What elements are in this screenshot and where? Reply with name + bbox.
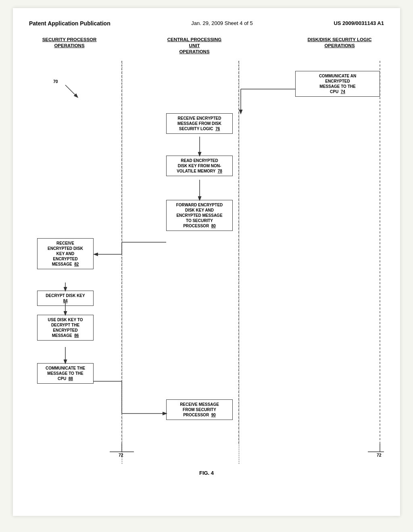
diagram: SECURITY PROCESSOR OPERATIONS CENTRAL PR… [29,37,384,480]
col-header-disk: DISK/DISK SECURITY LOGIC OPERATIONS [303,37,376,49]
col-header-sp: SECURITY PROCESSOR OPERATIONS [37,37,102,49]
page: Patent Application Publication Jan. 29, … [13,8,400,516]
header-center: Jan. 29, 2009 Sheet 4 of 5 [191,20,253,26]
header-left: Patent Application Publication [29,20,111,27]
ref-70: 70 [53,79,58,84]
header-right: US 2009/0031143 A1 [334,20,384,26]
box-76: RECEIVE ENCRYPTEDMESSAGE FROM DISKSECURI… [166,113,233,134]
box-74: COMMUNICATE ANENCRYPTEDMESSAGE TO THECPU… [295,71,380,97]
vline-sp [122,61,122,464]
box-84: DECRYPT DISK KEY84 [37,291,94,306]
box-86: USE DISK KEY TODECRYPT THEENCRYPTEDMESSA… [37,315,94,341]
page-header: Patent Application Publication Jan. 29, … [29,20,384,29]
fig-label: FIG. 4 [199,470,214,476]
box-90: RECEIVE MESSAGEFROM SECURITYPROCESSOR 90 [166,399,233,420]
box-78: READ ENCRYPTEDDISK KEY FROM NON-VOLATILE… [166,156,233,176]
svg-line-0 [65,85,77,97]
box-88: COMMUNICATE THEMESSAGE TO THECPU 88 [37,363,94,384]
box-80: FORWARD ENCRYPTEDDISK KEY ANDENCRYPTED M… [166,200,233,231]
ref-72-disk: 72 [377,453,382,457]
vline-cpu [239,61,239,464]
box-82: RECEIVEENCRYPTED DISKKEY ANDENCRYPTEDMES… [37,238,94,269]
col-header-cpu: CENTRAL PROCESSING UNIT OPERATIONS [162,37,227,55]
ref-72-cpu: 72 [119,453,123,457]
